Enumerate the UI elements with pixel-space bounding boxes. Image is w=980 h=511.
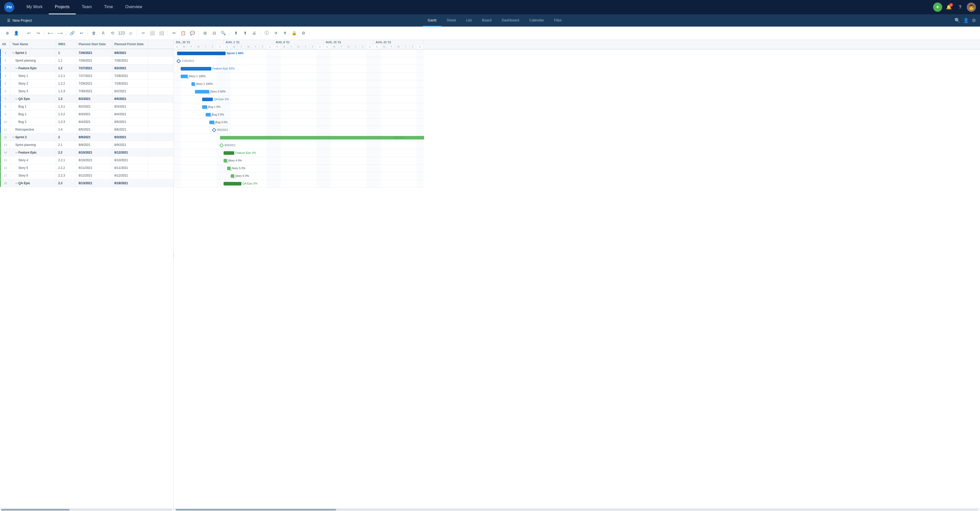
search-icon[interactable]: 🔍 xyxy=(955,18,960,23)
copy-icon[interactable]: ⬜ xyxy=(148,29,156,37)
nav-time[interactable]: Time xyxy=(98,0,119,14)
gantt-row: Story 4 0% xyxy=(173,157,424,164)
delete-icon[interactable]: 🗑 xyxy=(90,29,98,37)
table-row[interactable]: 10 Bug 3 1.3.3 8/4/2021 8/5/2021 xyxy=(0,118,173,126)
col-task-name[interactable]: Task Name xyxy=(10,40,56,48)
indent-right-icon[interactable]: ⟶ xyxy=(56,29,64,37)
table-row[interactable]: 6 Story 3 1.2.3 7/30/2021 8/2/2021 xyxy=(0,87,173,95)
info-icon[interactable]: ⓘ xyxy=(262,29,271,37)
tab-group: Gantt Sheet List Board Dashboard Calenda… xyxy=(35,14,955,27)
table-row[interactable]: 14 ▭Feature Epic 2.2 8/10/2021 8/12/2021 xyxy=(0,149,173,156)
paste-icon[interactable]: ⬜ xyxy=(158,29,165,37)
grid-scrollbar[interactable] xyxy=(0,508,173,511)
gantt-label: Bug 2 0% xyxy=(212,113,224,116)
table-row[interactable]: 16 Story 5 2.2.2 8/11/2021 8/11/2021 xyxy=(0,164,173,172)
tab-sheet[interactable]: Sheet xyxy=(442,14,461,27)
row-name: ▭QA Epic xyxy=(10,95,56,102)
gear-icon[interactable]: ⚙ xyxy=(299,29,307,37)
milestone-icon[interactable]: ◇ xyxy=(127,29,135,37)
gantt-body[interactable]: Sprint 1 49%7/26/2021Feature Epic 83%Sto… xyxy=(173,50,980,508)
gantt-day-cell: S xyxy=(274,45,281,49)
logo[interactable]: PM xyxy=(4,2,14,12)
grid-scrollbar-track[interactable] xyxy=(1,509,172,511)
nav-my-work[interactable]: My Work xyxy=(21,0,49,14)
row-name: Bug 1 xyxy=(10,103,56,110)
tab-list[interactable]: List xyxy=(461,14,477,27)
toolbar-divider-4 xyxy=(88,30,88,36)
help-button[interactable]: ? xyxy=(956,3,965,12)
comment-icon[interactable]: 💬 xyxy=(188,29,197,37)
table-row[interactable]: 7 ▭QA Epic 1.3 8/2/2021 8/5/2021 xyxy=(0,95,173,103)
tab-files[interactable]: Files xyxy=(549,14,567,27)
table-row[interactable]: 12 ▭Sprint 2 2 8/9/2021 9/3/2021 xyxy=(0,133,173,141)
user-icon[interactable]: 👤 xyxy=(963,18,969,23)
clipboard-icon[interactable]: 📋 xyxy=(179,29,187,37)
nav-projects[interactable]: Projects xyxy=(49,0,76,14)
table-row[interactable]: 5 Story 2 1.2.2 7/29/2021 7/29/2021 xyxy=(0,80,173,87)
table-row[interactable]: 11 Retrospective 1.4 8/5/2021 8/6/2021 xyxy=(0,126,173,133)
collapse-icon[interactable]: ⊟ xyxy=(210,29,218,37)
gantt-scrollbar-thumb[interactable] xyxy=(176,509,336,511)
table-row[interactable]: 8 Bug 1 1.3.1 8/2/2021 8/3/2021 xyxy=(0,103,173,110)
notification-button[interactable]: 🔔 1 xyxy=(944,3,953,12)
font-icon[interactable]: A xyxy=(99,29,107,37)
add-button[interactable]: + xyxy=(933,3,942,12)
export-icon[interactable]: ⬆ xyxy=(232,29,240,37)
format-icon[interactable]: ⟲ xyxy=(108,29,116,37)
new-project-button[interactable]: ☰ ☰ New Project New Project xyxy=(4,17,35,24)
pencil-icon[interactable]: ✏ xyxy=(170,29,178,37)
tab-board[interactable]: Board xyxy=(477,14,496,27)
send-icon[interactable]: ✈ xyxy=(272,29,280,37)
col-finish[interactable]: Planned Finish Date xyxy=(112,40,148,48)
lock-icon[interactable]: 🔒 xyxy=(290,29,298,37)
indent-left-icon[interactable]: ⟵ xyxy=(46,29,55,37)
gantt-day-cell: S xyxy=(266,45,274,49)
redo-icon[interactable]: ↪ xyxy=(34,29,42,37)
assign-user-icon[interactable]: 👤 xyxy=(12,29,21,37)
gantt-day-cell: T xyxy=(352,45,360,49)
row-name: Story 6 xyxy=(10,172,56,179)
share-icon[interactable]: ⬆ xyxy=(241,29,249,37)
col-wbs[interactable]: WBS xyxy=(56,40,76,48)
nav-team[interactable]: Team xyxy=(76,0,98,14)
settings-icon[interactable]: ⚙ xyxy=(972,18,976,23)
row-wbs: 1 xyxy=(56,49,76,56)
row-name: Bug 3 xyxy=(10,118,56,125)
row-finish: 8/5/2021 xyxy=(112,118,148,125)
table-row[interactable]: 3 ▭Feature Epic 1.2 7/27/2021 8/2/2021 xyxy=(0,64,173,72)
col-start[interactable]: Planned Start Date xyxy=(76,40,112,48)
table-row[interactable]: 17 Story 6 2.2.3 8/12/2021 8/12/2021 xyxy=(0,172,173,179)
table-row[interactable]: 18 ▭QA Epic 2.3 8/13/2021 8/18/2021 xyxy=(0,179,173,187)
cut-icon[interactable]: ✂ xyxy=(139,29,147,37)
table-row[interactable]: 9 Bug 2 1.3.2 8/3/2021 8/4/2021 xyxy=(0,110,173,118)
row-id: 1 xyxy=(0,49,10,56)
grid-scrollbar-thumb[interactable] xyxy=(1,509,69,511)
gantt-scrollbar-track[interactable] xyxy=(176,509,978,511)
nav-overview[interactable]: Overview xyxy=(119,0,148,14)
avatar[interactable]: 👨 xyxy=(967,3,976,12)
row-name: ▭Sprint 2 xyxy=(10,133,56,141)
table-row[interactable]: 4 Story 1 1.2.1 7/27/2021 7/28/2021 xyxy=(0,72,173,80)
tab-gantt[interactable]: Gantt xyxy=(423,14,442,27)
gantt-label: QA Epic 0% xyxy=(214,97,229,101)
filter-icon[interactable]: ⛛ xyxy=(281,29,289,37)
gantt-label: 8/5/2021 xyxy=(217,128,228,131)
drag-handle[interactable]: ⋮ xyxy=(172,253,176,258)
zoom-icon[interactable]: 🔍 xyxy=(219,29,228,37)
tab-dashboard[interactable]: Dashboard xyxy=(496,14,525,27)
table-row[interactable]: 1 ▭Sprint 1 1 7/26/2021 8/6/2021 xyxy=(0,49,173,57)
add-task-icon[interactable]: ⊕ xyxy=(3,29,11,37)
table-row[interactable]: 15 Story 4 2.2.1 8/10/2021 8/10/2021 xyxy=(0,156,173,164)
undo-icon[interactable]: ↩ xyxy=(25,29,33,37)
print-icon[interactable]: 🖨 xyxy=(250,29,258,37)
expand-icon[interactable]: ⊞ xyxy=(201,29,209,37)
gantt-scrollbar[interactable] xyxy=(173,508,980,511)
number-icon[interactable]: 123 xyxy=(118,29,126,37)
unlink-icon[interactable]: ↩ xyxy=(77,29,86,37)
link-icon[interactable]: 🔗 xyxy=(68,29,76,37)
gantt-label: Feature Epic 0% xyxy=(235,151,256,154)
table-row[interactable]: 13 Sprint planning 2.1 8/9/2021 8/9/2021 xyxy=(0,141,173,149)
tab-calendar[interactable]: Calendar xyxy=(524,14,549,27)
table-row[interactable]: 2 Sprint planning 1.1 7/26/2021 7/26/202… xyxy=(0,57,173,64)
col-all[interactable]: All xyxy=(0,40,10,48)
